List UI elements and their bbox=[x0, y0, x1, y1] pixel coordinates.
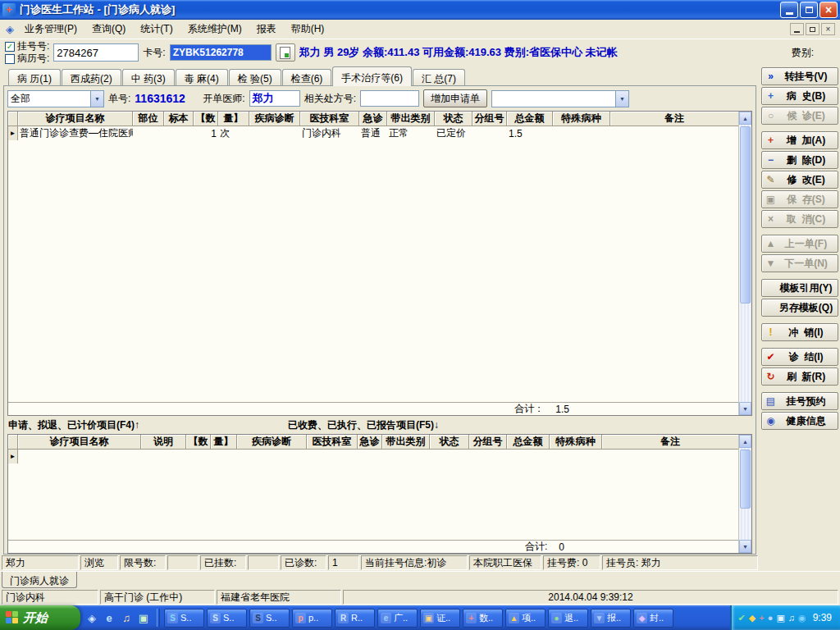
scroll-down-icon[interactable]: ▼ bbox=[739, 540, 751, 553]
cell-body-part bbox=[133, 126, 164, 140]
chevron-down-icon[interactable]: ▼ bbox=[615, 91, 628, 107]
record-no-checkbox[interactable] bbox=[5, 54, 15, 64]
mdi-child-icon: ◈ bbox=[2, 23, 17, 35]
task-icon: ● bbox=[551, 613, 562, 623]
task-button[interactable]: RR.. bbox=[335, 609, 375, 628]
task-button[interactable]: ▲项.. bbox=[505, 609, 546, 628]
restore-button[interactable] bbox=[800, 2, 818, 18]
chevron-down-icon[interactable]: ▼ bbox=[90, 91, 103, 107]
registration-status-bar: 郑力 浏览 限号数: 已挂数: 已诊数: 1 当前挂号信息:初诊 本院职工医保 … bbox=[0, 555, 760, 571]
tray-icon[interactable]: ◆ bbox=[749, 613, 756, 623]
health-info-button[interactable]: ◉健康信息 bbox=[761, 412, 838, 430]
menu-business[interactable]: 业务管理(P) bbox=[17, 20, 84, 39]
tab-western-drugs[interactable]: 西成药(2) bbox=[62, 69, 121, 85]
scroll-thumb[interactable] bbox=[740, 450, 751, 509]
request-combobox[interactable]: ▼ bbox=[491, 90, 629, 107]
check-icon: ✔ bbox=[765, 351, 777, 363]
scroll-track[interactable] bbox=[739, 125, 751, 402]
minimize-button[interactable] bbox=[780, 2, 798, 18]
lower-total-row: 合计: 0 bbox=[8, 540, 738, 553]
delete-button[interactable]: −删 除(D) bbox=[761, 151, 838, 169]
info-icon: ◉ bbox=[765, 415, 777, 427]
menu-query[interactable]: 查询(Q) bbox=[84, 20, 133, 39]
task-button[interactable]: +数.. bbox=[463, 609, 503, 628]
tab-narcotics[interactable]: 毒 麻(4) bbox=[176, 69, 228, 85]
filter-combobox[interactable]: 全部 ▼ bbox=[7, 90, 104, 107]
template-ref-button[interactable]: 模板引用(Y) bbox=[761, 279, 838, 297]
windows-taskbar: 开始 ◈ e ♫ ▣ SS.. SS.. SS.. pp.. RR.. e广..… bbox=[0, 605, 840, 630]
scroll-down-icon[interactable]: ▼ bbox=[739, 402, 751, 415]
task-icon: ▲ bbox=[509, 613, 519, 623]
tray-icon[interactable]: ● bbox=[768, 613, 774, 623]
task-button[interactable]: SS.. bbox=[249, 609, 290, 628]
scroll-up-icon[interactable]: ▲ bbox=[739, 435, 751, 448]
scroll-track[interactable] bbox=[739, 448, 751, 540]
menu-statistics[interactable]: 统计(T) bbox=[133, 20, 180, 39]
tray-icon[interactable]: ▣ bbox=[776, 613, 784, 623]
menu-maintenance[interactable]: 系统维护(M) bbox=[180, 20, 249, 39]
mdi-minimize-button[interactable] bbox=[790, 23, 804, 35]
datetime-segment: 2014.04.04 9:39:12 bbox=[343, 590, 838, 605]
task-button[interactable]: ◆封.. bbox=[633, 609, 673, 628]
menu-help[interactable]: 帮助(H) bbox=[284, 20, 332, 39]
add-button[interactable]: +增 加(A) bbox=[761, 131, 838, 149]
cell-remark bbox=[610, 126, 738, 140]
column-header: 量】 bbox=[211, 435, 237, 450]
tab-examinations[interactable]: 检查(6) bbox=[282, 69, 332, 85]
column-header: 状态 bbox=[430, 435, 469, 450]
clock-icon: ○ bbox=[765, 110, 777, 121]
tab-medical-record[interactable]: 病 历(1) bbox=[8, 69, 61, 85]
scroll-thumb[interactable] bbox=[740, 126, 751, 304]
table-row[interactable]: ► 普通门诊诊查费—住院医师 1 次 门诊内科 普通 正常 已定价 bbox=[8, 126, 738, 140]
tab-surgery-treatment[interactable]: 手术治疗等(6) bbox=[332, 66, 412, 86]
start-button[interactable]: 开始 bbox=[0, 605, 80, 630]
quick-launch-icon[interactable]: e bbox=[102, 610, 116, 625]
menu-reports[interactable]: 报表 bbox=[249, 20, 284, 39]
clock[interactable]: 9:39 bbox=[813, 612, 832, 623]
mdi-restore-button[interactable] bbox=[806, 23, 819, 35]
quick-launch-icon[interactable]: ▣ bbox=[136, 610, 151, 625]
task-button[interactable]: ▼报.. bbox=[591, 609, 631, 628]
tray-icon[interactable]: ♫ bbox=[788, 613, 795, 623]
mdi-restore-icon bbox=[810, 27, 815, 32]
tab-summary[interactable]: 汇 总(7) bbox=[413, 69, 465, 85]
task-button[interactable]: ▣证.. bbox=[420, 609, 460, 628]
card-no-input[interactable]: ZYBK51262778 bbox=[170, 44, 272, 61]
card-reader-button[interactable] bbox=[276, 43, 295, 62]
tab-outpatient-visit[interactable]: 门诊病人就诊 bbox=[2, 572, 77, 588]
mdi-close-button[interactable]: × bbox=[821, 23, 835, 35]
reg-no-input[interactable] bbox=[53, 43, 139, 62]
task-button[interactable]: pp.. bbox=[292, 609, 332, 628]
scroll-up-icon[interactable]: ▲ bbox=[739, 112, 751, 125]
reg-appointment-button[interactable]: ▤挂号预约 bbox=[761, 392, 838, 410]
reverse-button[interactable]: !冲 销(I) bbox=[761, 323, 838, 341]
tray-icon[interactable]: ✔ bbox=[738, 613, 746, 623]
minus-icon: − bbox=[765, 154, 777, 166]
reg-no-checkbox[interactable] bbox=[5, 42, 15, 52]
tab-lab-tests[interactable]: 检 验(5) bbox=[229, 69, 281, 85]
related-rx-input[interactable] bbox=[360, 90, 419, 107]
tab-chinese-drugs[interactable]: 中 药(3) bbox=[122, 69, 175, 85]
refresh-button[interactable]: ↻刷 新(R) bbox=[761, 368, 838, 386]
close-button[interactable]: × bbox=[819, 2, 838, 18]
finish-visit-button[interactable]: ✔诊 结(I) bbox=[761, 348, 838, 366]
task-button[interactable]: e广.. bbox=[377, 609, 418, 628]
add-request-button[interactable]: 增加申请单 bbox=[423, 89, 487, 107]
task-button[interactable]: SS.. bbox=[164, 609, 204, 628]
quick-launch-icon[interactable]: ♫ bbox=[119, 610, 134, 625]
tray-icon[interactable]: ◉ bbox=[798, 613, 806, 623]
quick-launch-icon[interactable]: ◈ bbox=[84, 610, 99, 625]
task-button[interactable]: SS.. bbox=[207, 609, 247, 628]
tray-icon[interactable]: + bbox=[759, 613, 764, 623]
table-row[interactable]: ► bbox=[8, 450, 738, 463]
task-icon: S bbox=[253, 613, 263, 623]
save-template-button[interactable]: 另存模板(Q) bbox=[761, 299, 838, 317]
task-button[interactable]: ●退.. bbox=[548, 609, 588, 628]
column-header: 总金额 bbox=[507, 112, 553, 126]
upper-table-scrollbar[interactable]: ▲ ▼ bbox=[738, 112, 751, 415]
filter-value: 全部 bbox=[8, 92, 90, 106]
modify-button[interactable]: ✎修 改(E) bbox=[761, 171, 838, 189]
lower-table-scrollbar[interactable]: ▲ ▼ bbox=[738, 435, 751, 553]
history-button[interactable]: +病 史(B) bbox=[761, 87, 838, 105]
transfer-reg-button[interactable]: »转挂号(V) bbox=[761, 67, 838, 85]
